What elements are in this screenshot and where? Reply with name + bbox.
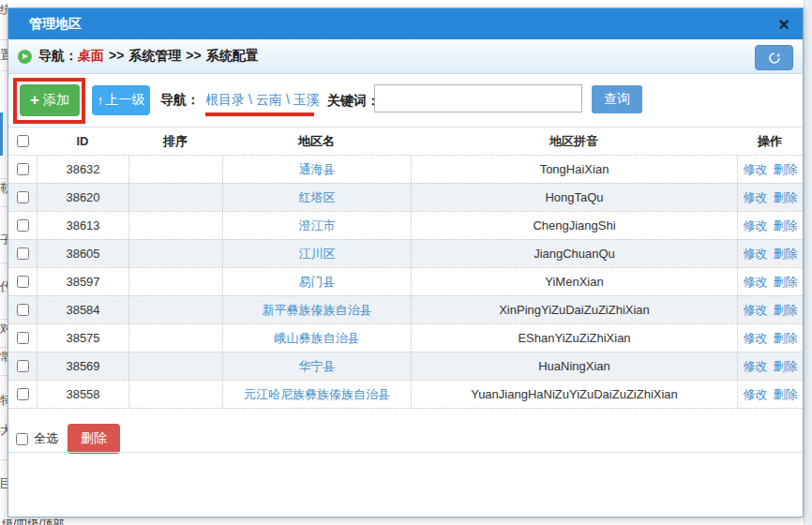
header-ops: 操作 xyxy=(737,128,803,155)
path-nav: 根目录\云南\玉溪 xyxy=(205,92,320,109)
dialog-titlebar: 管理地区 × xyxy=(8,8,803,39)
row-checkbox[interactable] xyxy=(17,388,29,400)
region-table: ID 排序 地区名 地区拼音 操作 38632 通海县 TongHaiXian … xyxy=(8,127,803,409)
row-checkbox[interactable] xyxy=(17,360,29,372)
header-sort: 排序 xyxy=(128,128,222,155)
footer-divider xyxy=(8,452,803,453)
row-checkbox[interactable] xyxy=(17,276,29,288)
delete-link[interactable]: 删除 xyxy=(774,189,798,206)
delete-link[interactable]: 删除 xyxy=(774,274,798,291)
region-link[interactable]: 峨山彝族自治县 xyxy=(275,330,360,347)
breadcrumb-desktop[interactable]: 桌面 xyxy=(78,48,104,63)
delete-link[interactable]: 删除 xyxy=(774,161,798,178)
header-id: ID xyxy=(37,128,128,155)
edit-link[interactable]: 修改 xyxy=(744,330,768,347)
select-all-header-checkbox[interactable] xyxy=(17,135,29,147)
background-menu-accent xyxy=(0,112,3,156)
background-text-fragment: 统 xyxy=(0,2,8,17)
edit-link[interactable]: 修改 xyxy=(744,386,768,403)
edit-link[interactable]: 修改 xyxy=(744,161,768,178)
background-text-fragment: 大 xyxy=(0,422,8,437)
table-row: 38575 峨山彝族自治县 EShanYiZuZiZhiXian 修改删除 xyxy=(8,323,803,352)
delete-link[interactable]: 删除 xyxy=(774,358,798,375)
background-text-fragment: 子 xyxy=(0,232,8,247)
table-row: 38632 通海县 TongHaiXian 修改删除 xyxy=(8,155,803,183)
background-text-fragment: 常 xyxy=(0,349,8,364)
delete-link[interactable]: 删除 xyxy=(774,386,798,403)
screen: 统 置 勒 子 代 对 常 特 大 巨 级/四级/顶部 管理地区 × 导航：桌面… xyxy=(0,0,812,525)
row-checkbox[interactable] xyxy=(17,304,29,316)
dialog-title: 管理地区 xyxy=(29,16,82,33)
delete-link[interactable]: 删除 xyxy=(774,302,798,319)
background-bottom-text: 级/四级/顶部 xyxy=(2,517,65,525)
row-checkbox[interactable] xyxy=(17,248,29,260)
breadcrumb: 导航：桌面>>系统管理>>系统配置 xyxy=(38,48,259,65)
annotation-underline-path xyxy=(205,112,314,116)
table-row: 38569 华宁县 HuaNingXian 修改删除 xyxy=(8,352,803,380)
table-row: 38613 澄江市 ChengJiangShi 修改删除 xyxy=(8,211,803,239)
row-checkbox[interactable] xyxy=(17,219,29,232)
edit-link[interactable]: 修改 xyxy=(744,189,768,206)
background-right-sliver xyxy=(804,0,812,525)
edit-link[interactable]: 修改 xyxy=(744,358,768,375)
region-link[interactable]: 新平彝族傣族自治县 xyxy=(263,302,372,319)
edit-link[interactable]: 修改 xyxy=(744,302,768,319)
delete-link[interactable]: 删除 xyxy=(774,330,798,347)
background-text-fragment: 代 xyxy=(0,278,8,293)
region-link[interactable]: 江川区 xyxy=(299,246,336,262)
region-link[interactable]: 元江哈尼族彝族傣族自治县 xyxy=(244,386,390,403)
play-icon xyxy=(18,50,32,64)
background-text-fragment: 对 xyxy=(0,321,8,336)
edit-link[interactable]: 修改 xyxy=(744,274,768,291)
region-link[interactable]: 红塔区 xyxy=(299,189,336,206)
background-text-fragment: 勒 xyxy=(0,180,8,195)
region-link[interactable]: 易门县 xyxy=(299,274,336,291)
select-all-checkbox[interactable] xyxy=(16,433,28,445)
table-row: 38584 新平彝族傣族自治县 XinPingYiZuDaiZuZiZhiXia… xyxy=(8,295,803,323)
delete-link[interactable]: 删除 xyxy=(774,218,798,234)
background-text-fragment: 巨 xyxy=(0,475,8,490)
row-checkbox[interactable] xyxy=(17,163,29,175)
region-link[interactable]: 通海县 xyxy=(299,161,336,178)
manage-region-dialog: 管理地区 × 导航：桌面>>系统管理>>系统配置 + 添加 ↑ 上一级 导航： xyxy=(8,8,804,518)
table-row: 38605 江川区 JiangChuanQu 修改删除 xyxy=(8,239,803,267)
refresh-button[interactable] xyxy=(755,45,793,70)
path-city-link[interactable]: 玉溪 xyxy=(293,92,320,107)
up-level-button[interactable]: ↑ 上一级 xyxy=(92,85,150,115)
table-footer: 全选 删除 xyxy=(8,416,803,461)
breadcrumb-system-config: 系统配置 xyxy=(206,48,259,63)
breadcrumb-label: 导航： xyxy=(38,48,78,63)
add-button[interactable]: + 添加 xyxy=(20,84,80,116)
region-link[interactable]: 澄江市 xyxy=(299,218,336,234)
edit-link[interactable]: 修改 xyxy=(744,246,768,262)
keyword-input[interactable] xyxy=(374,84,582,112)
path-root-link[interactable]: 根目录 xyxy=(205,92,245,107)
query-button[interactable]: 查询 xyxy=(592,85,642,113)
region-link[interactable]: 华宁县 xyxy=(299,358,336,375)
table-row: 38620 红塔区 HongTaQu 修改删除 xyxy=(8,183,803,211)
keyword-label: 关键词： xyxy=(327,93,380,110)
breadcrumb-system-manage: 系统管理 xyxy=(128,48,181,63)
select-all-label: 全选 xyxy=(34,430,58,447)
edit-link[interactable]: 修改 xyxy=(744,218,768,234)
bulk-delete-button[interactable]: 删除 xyxy=(68,424,120,454)
background-text-fragment: 置 xyxy=(0,47,8,62)
row-checkbox[interactable] xyxy=(17,191,29,203)
plus-icon: + xyxy=(30,91,39,110)
refresh-icon xyxy=(768,52,781,65)
background-text-fragment: 特 xyxy=(0,392,8,407)
delete-link[interactable]: 删除 xyxy=(774,246,798,262)
path-nav-label: 导航： xyxy=(160,92,200,109)
dialog-content: + 添加 ↑ 上一级 导航： 根目录\云南\玉溪 关键词： 查询 ID 排序 xyxy=(8,74,803,517)
row-checkbox[interactable] xyxy=(17,332,29,344)
path-province-link[interactable]: 云南 xyxy=(256,92,282,107)
table-header-row: ID 排序 地区名 地区拼音 操作 xyxy=(8,128,803,155)
up-arrow-icon: ↑ xyxy=(98,93,104,108)
breadcrumb-bar: 导航：桌面>>系统管理>>系统配置 xyxy=(8,39,803,74)
header-name: 地区名 xyxy=(222,128,411,155)
header-pinyin: 地区拼音 xyxy=(411,128,737,155)
table-row: 38558 元江哈尼族彝族傣族自治县 YuanJiangHaNiZuYiZuDa… xyxy=(8,380,803,408)
close-icon[interactable]: × xyxy=(778,15,789,34)
table-row: 38597 易门县 YiMenXian 修改删除 xyxy=(8,267,803,295)
